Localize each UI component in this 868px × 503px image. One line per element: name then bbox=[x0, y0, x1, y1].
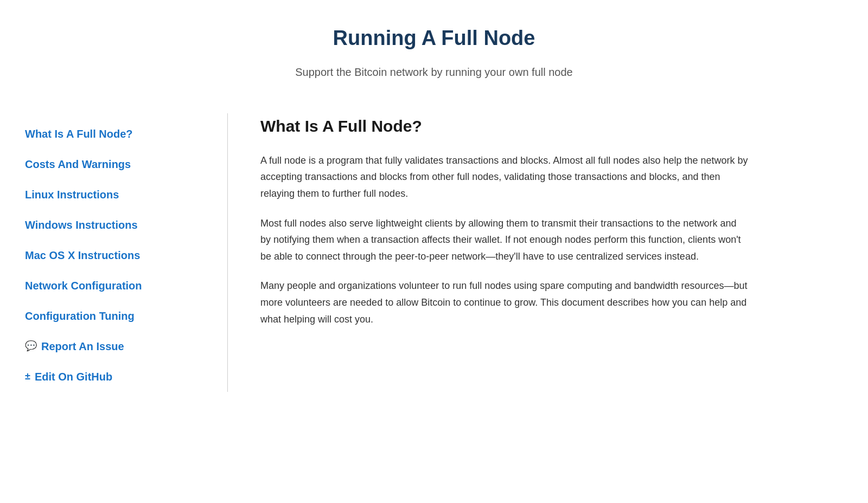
sidebar-item-linux-instructions[interactable]: Linux Instructions bbox=[22, 179, 211, 210]
sidebar-item-label: Network Configuration bbox=[25, 277, 142, 294]
chat-icon: 💬 bbox=[25, 338, 37, 354]
sidebar-item-what-is-a-full-node[interactable]: What Is A Full Node? bbox=[22, 119, 211, 149]
sidebar-item-edit-on-github[interactable]: ± Edit On GitHub bbox=[22, 362, 211, 392]
content-area: What Is A Full Node? Costs And Warnings … bbox=[0, 97, 868, 414]
sidebar-item-label: Linux Instructions bbox=[25, 186, 119, 203]
main-content: What Is A Full Node? A full node is a pr… bbox=[228, 113, 749, 392]
sidebar-item-network-configuration[interactable]: Network Configuration bbox=[22, 270, 211, 301]
sidebar-item-costs-and-warnings[interactable]: Costs And Warnings bbox=[22, 149, 211, 179]
sidebar-item-label: Report An Issue bbox=[41, 338, 124, 355]
page-title: Running A Full Node bbox=[11, 22, 857, 55]
paragraph-3: Many people and organizations volunteer … bbox=[260, 278, 749, 327]
edit-icon: ± bbox=[25, 369, 30, 384]
sidebar-item-label: Windows Instructions bbox=[25, 216, 138, 234]
sidebar-item-windows-instructions[interactable]: Windows Instructions bbox=[22, 210, 211, 240]
sidebar-item-label: What Is A Full Node? bbox=[25, 125, 133, 143]
sidebar-item-label: Costs And Warnings bbox=[25, 156, 131, 173]
page-wrapper: Running A Full Node Support the Bitcoin … bbox=[0, 0, 868, 414]
sidebar-item-label: Mac OS X Instructions bbox=[25, 247, 140, 264]
section-heading: What Is A Full Node? bbox=[260, 113, 749, 139]
sidebar: What Is A Full Node? Costs And Warnings … bbox=[22, 113, 228, 392]
paragraph-2: Most full nodes also serve lightweight c… bbox=[260, 215, 749, 265]
paragraph-1: A full node is a program that fully vali… bbox=[260, 152, 749, 202]
sidebar-item-label: Edit On GitHub bbox=[35, 368, 112, 385]
sidebar-item-configuration-tuning[interactable]: Configuration Tuning bbox=[22, 301, 211, 331]
page-header: Running A Full Node Support the Bitcoin … bbox=[0, 0, 868, 97]
page-subtitle: Support the Bitcoin network by running y… bbox=[11, 63, 857, 81]
sidebar-item-report-an-issue[interactable]: 💬 Report An Issue bbox=[22, 331, 211, 362]
sidebar-nav: What Is A Full Node? Costs And Warnings … bbox=[22, 113, 211, 392]
sidebar-item-mac-os-x-instructions[interactable]: Mac OS X Instructions bbox=[22, 240, 211, 270]
sidebar-item-label: Configuration Tuning bbox=[25, 307, 135, 325]
